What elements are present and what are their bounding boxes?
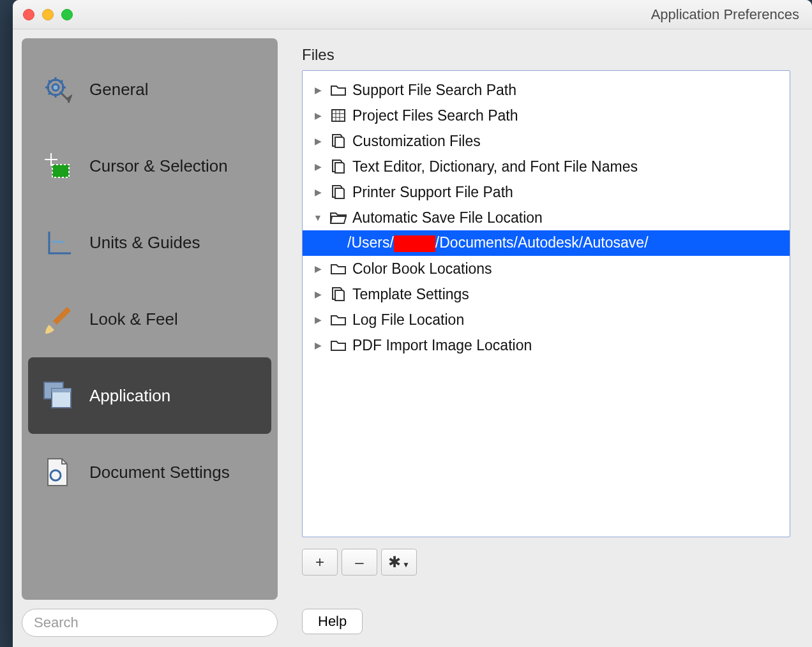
gear-icon bbox=[41, 73, 74, 106]
tree-item-support-file-search-path[interactable]: ▶ Support File Search Path bbox=[303, 77, 790, 103]
files-icon bbox=[329, 133, 347, 149]
tree-item-text-editor-dictionary-fonts[interactable]: ▶ Text Editor, Dictionary, and Font File… bbox=[303, 154, 790, 179]
minus-icon: – bbox=[355, 553, 363, 571]
files-icon bbox=[329, 184, 347, 200]
zoom-window-button[interactable] bbox=[61, 9, 73, 20]
disclosure-right-icon[interactable]: ▶ bbox=[312, 262, 324, 275]
folder-icon bbox=[329, 261, 347, 276]
sidebar-item-label: Units & Guides bbox=[89, 233, 200, 253]
add-button[interactable]: + bbox=[302, 549, 338, 576]
sidebar-item-label: Cursor & Selection bbox=[89, 156, 228, 176]
tree-item-log-file-location[interactable]: ▶ Log File Location bbox=[303, 307, 790, 332]
tree-item-label: Project Files Search Path bbox=[352, 107, 518, 124]
disclosure-right-icon[interactable]: ▶ bbox=[312, 135, 324, 147]
tree-item-label: Customization Files bbox=[352, 133, 481, 150]
tree-item-path: /Users//Documents/Autodesk/Autosave/ bbox=[347, 234, 649, 252]
gear-icon: ✱ bbox=[388, 553, 401, 571]
tree-item-printer-support-file-path[interactable]: ▶ Printer Support File Path bbox=[303, 179, 790, 205]
close-window-button[interactable] bbox=[23, 9, 34, 20]
tree-item-label: PDF Import Image Location bbox=[352, 337, 532, 354]
sidebar-item-document-settings[interactable]: Document Settings bbox=[28, 434, 271, 510]
sidebar-item-cursor-selection[interactable]: Cursor & Selection bbox=[28, 128, 271, 204]
sidebar-item-application[interactable]: Application bbox=[28, 357, 271, 434]
tree-item-label: Printer Support File Path bbox=[352, 184, 513, 201]
sidebar-item-label: Document Settings bbox=[89, 463, 230, 482]
sidebar-item-label: Look & Feel bbox=[89, 309, 178, 329]
plus-icon: + bbox=[315, 553, 324, 571]
search-input[interactable] bbox=[22, 609, 278, 637]
traffic-lights bbox=[23, 9, 73, 20]
svg-rect-2 bbox=[52, 165, 69, 177]
files-icon bbox=[329, 286, 347, 302]
sidebar-item-general[interactable]: General bbox=[28, 51, 271, 128]
preferences-window: Application Preferences General Cursor &… bbox=[13, 0, 812, 647]
svg-point-1 bbox=[52, 84, 59, 91]
tree-item-label: Automatic Save File Location bbox=[352, 209, 543, 227]
tree-item-label: Color Book Locations bbox=[352, 260, 492, 278]
settings-menu-button[interactable]: ✱▼ bbox=[381, 549, 417, 576]
windows-icon bbox=[41, 379, 74, 412]
help-button[interactable]: Help bbox=[302, 609, 363, 634]
folder-icon bbox=[329, 82, 347, 98]
folder-grid-icon bbox=[329, 108, 347, 123]
section-title: Files bbox=[302, 46, 790, 64]
disclosure-right-icon[interactable]: ▶ bbox=[312, 288, 324, 301]
axes-icon bbox=[41, 226, 74, 259]
titlebar: Application Preferences bbox=[13, 0, 812, 29]
document-icon bbox=[41, 456, 74, 489]
category-sidebar: General Cursor & Selection Units & Guide… bbox=[22, 38, 278, 600]
tree-item-label: Template Settings bbox=[352, 286, 469, 303]
tree-item-automatic-save-file-location[interactable]: ▼ Automatic Save File Location bbox=[303, 205, 790, 230]
disclosure-right-icon[interactable]: ▶ bbox=[312, 160, 324, 173]
folder-icon bbox=[329, 312, 347, 327]
svg-rect-5 bbox=[52, 389, 71, 392]
folder-open-icon bbox=[329, 210, 347, 225]
redacted-segment bbox=[394, 235, 435, 252]
disclosure-right-icon[interactable]: ▶ bbox=[312, 339, 324, 352]
tree-item-color-book-locations[interactable]: ▶ Color Book Locations bbox=[303, 256, 790, 281]
svg-rect-7 bbox=[332, 110, 345, 121]
sidebar-item-label: General bbox=[89, 80, 149, 100]
tree-item-autosave-path[interactable]: /Users//Documents/Autodesk/Autosave/ bbox=[303, 230, 790, 256]
brush-icon bbox=[41, 302, 74, 336]
crosshair-icon bbox=[41, 149, 74, 182]
remove-button[interactable]: – bbox=[342, 549, 377, 576]
tree-item-customization-files[interactable]: ▶ Customization Files bbox=[303, 128, 790, 154]
tree-toolbar: + – ✱▼ bbox=[302, 549, 790, 576]
disclosure-right-icon[interactable]: ▶ bbox=[312, 186, 324, 198]
tree-item-label: Text Editor, Dictionary, and Font File N… bbox=[352, 158, 638, 175]
tree-item-template-settings[interactable]: ▶ Template Settings bbox=[303, 281, 790, 307]
minimize-window-button[interactable] bbox=[42, 9, 54, 20]
folder-icon bbox=[329, 338, 347, 353]
disclosure-right-icon[interactable]: ▶ bbox=[312, 313, 324, 326]
tree-item-label: Log File Location bbox=[352, 311, 464, 329]
sidebar-item-units-guides[interactable]: Units & Guides bbox=[28, 204, 271, 281]
files-icon bbox=[329, 159, 347, 174]
chevron-down-icon: ▼ bbox=[402, 560, 410, 569]
sidebar-item-label: Application bbox=[89, 386, 170, 406]
tree-item-project-files-search-path[interactable]: ▶ Project Files Search Path bbox=[303, 103, 790, 128]
disclosure-down-icon[interactable]: ▼ bbox=[312, 211, 324, 224]
tree-item-label: Support File Search Path bbox=[352, 82, 516, 99]
tree-item-pdf-import-image-location[interactable]: ▶ PDF Import Image Location bbox=[303, 332, 790, 358]
disclosure-right-icon[interactable]: ▶ bbox=[312, 109, 324, 122]
sidebar-item-look-feel[interactable]: Look & Feel bbox=[28, 281, 271, 357]
disclosure-right-icon[interactable]: ▶ bbox=[312, 84, 324, 96]
window-title: Application Preferences bbox=[651, 6, 799, 23]
file-locations-tree[interactable]: ▶ Support File Search Path ▶ Project Fil… bbox=[302, 70, 790, 537]
